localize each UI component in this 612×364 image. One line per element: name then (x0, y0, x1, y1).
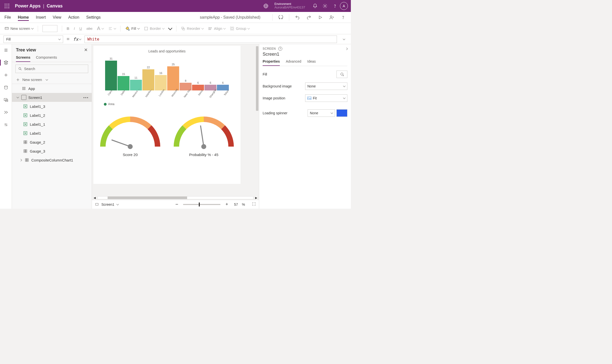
tree-item[interactable]: Label1 (12, 129, 92, 138)
props-tab-properties[interactable]: Properties (263, 59, 280, 66)
svg-rect-41 (24, 142, 25, 144)
environment-picker[interactable]: Environment AuroraBAPEnv43137 (261, 1, 305, 11)
align-button[interactable]: Align (208, 26, 225, 31)
data-icon[interactable] (2, 83, 10, 91)
img-position-dropdown[interactable]: Fit (305, 94, 347, 102)
chevron-big-icon[interactable] (169, 27, 172, 30)
formula-expand-icon[interactable] (340, 39, 347, 40)
design-canvas[interactable]: Leads and opportunities 3115112216258666… (93, 46, 241, 184)
chevron-down-icon[interactable] (117, 203, 119, 205)
formula-bar: Fill = fx White (0, 34, 351, 44)
label-icon (23, 122, 28, 127)
redo-icon[interactable] (306, 14, 312, 21)
help-icon[interactable] (330, 1, 340, 11)
svg-point-52 (128, 144, 133, 149)
fx-label[interactable]: fx (73, 37, 81, 42)
play-icon[interactable] (317, 14, 324, 21)
tree-item[interactable]: Label1_3 (12, 102, 92, 111)
share-icon[interactable] (328, 14, 335, 21)
insert-icon[interactable] (2, 71, 10, 79)
menu-insert[interactable]: Insert (36, 15, 46, 20)
spinner-dropdown[interactable]: None (308, 109, 335, 117)
theme-combo[interactable] (42, 25, 57, 32)
svg-rect-55 (96, 203, 98, 205)
canvas-hscroll[interactable]: ◄ ► (92, 196, 259, 200)
scroll-left-icon[interactable]: ◄ (93, 196, 96, 200)
svg-rect-2 (8, 4, 9, 4)
help-badge-icon[interactable]: ? (278, 47, 282, 51)
zoom-slider[interactable] (183, 204, 220, 205)
menu-action[interactable]: Action (68, 15, 79, 20)
advanced-tools-icon[interactable] (2, 121, 10, 129)
svg-rect-18 (145, 27, 148, 30)
props-tab-advanced[interactable]: Advanced (286, 59, 301, 66)
plus-icon (16, 78, 20, 82)
media-icon[interactable] (2, 96, 10, 104)
reorder-button[interactable]: Reorder (181, 26, 204, 31)
italic-button[interactable]: I (74, 26, 75, 31)
search-input[interactable]: Search (15, 65, 88, 73)
scroll-right-icon[interactable]: ► (254, 196, 258, 200)
bg-image-dropdown[interactable]: None (305, 82, 347, 90)
fill-color-button[interactable] (336, 71, 347, 78)
globe-icon (261, 1, 271, 11)
menu-settings[interactable]: Settings (86, 15, 101, 20)
more-icon[interactable]: ••• (83, 95, 89, 100)
tree-item-label: Gauge_3 (30, 149, 45, 153)
waffle-icon[interactable] (3, 2, 11, 10)
svg-rect-45 (24, 151, 25, 153)
undo-icon[interactable] (294, 14, 301, 21)
new-screen-tree-button[interactable]: New screen (12, 76, 92, 84)
strike-button[interactable]: abc (86, 26, 92, 31)
spinner-color-swatch[interactable] (336, 109, 347, 117)
formula-input[interactable]: White (84, 36, 337, 43)
app-icon (21, 86, 26, 91)
tab-screens[interactable]: Screens (16, 55, 30, 62)
group-button[interactable]: Group (230, 26, 249, 31)
underline-button[interactable]: U (79, 26, 82, 31)
property-selector[interactable]: Fill (3, 36, 63, 43)
tree-item[interactable]: Label1_1 (12, 120, 92, 129)
help2-icon[interactable] (340, 14, 346, 21)
bold-button[interactable]: B (67, 26, 69, 31)
chevron-down-icon[interactable] (16, 97, 19, 98)
fill-button[interactable]: Fill (125, 26, 139, 31)
tree-item[interactable]: CompositeColumnChart1 (12, 156, 92, 164)
tree-item[interactable]: Label1_2 (12, 111, 92, 120)
svg-point-13 (279, 18, 280, 19)
zoom-in-icon[interactable]: + (225, 202, 228, 207)
menu-file[interactable]: File (4, 15, 11, 20)
align-text-button[interactable] (108, 26, 116, 31)
menu-view[interactable]: View (53, 15, 61, 20)
close-icon[interactable]: ✕ (84, 47, 88, 53)
gear-icon[interactable] (320, 1, 330, 11)
tree-item[interactable]: Gauge_2 (12, 138, 92, 147)
left-rail (0, 44, 12, 209)
props-tab-ideas[interactable]: Ideas (307, 59, 316, 66)
menu-home[interactable]: Home (18, 15, 29, 21)
font-color-button[interactable]: A (97, 26, 103, 31)
border-button[interactable]: Border (144, 26, 164, 31)
avatar[interactable]: A (340, 2, 348, 10)
tree-item[interactable]: Gauge_3 (12, 147, 92, 156)
power-automate-icon[interactable] (2, 108, 10, 116)
svg-point-14 (282, 18, 283, 19)
fit-screen-icon[interactable] (252, 202, 256, 207)
status-screen-name[interactable]: Screen1 (101, 202, 114, 206)
svg-rect-19 (182, 27, 184, 29)
chevron-right-icon[interactable] (19, 159, 22, 161)
svg-rect-8 (8, 7, 9, 8)
tree-item-app[interactable]: App (12, 84, 92, 93)
canvas-vscroll[interactable] (255, 46, 259, 194)
zoom-out-icon[interactable]: − (175, 202, 178, 207)
hamburger-icon[interactable] (2, 46, 10, 54)
new-screen-button[interactable]: New screen (4, 26, 33, 31)
tree-item-screen1[interactable]: Screen1 ••• (12, 93, 92, 102)
search-placeholder: Search (24, 67, 35, 71)
app-checker-icon[interactable] (278, 14, 284, 21)
tree-view-icon[interactable] (2, 59, 10, 67)
chevron-right-icon[interactable] (345, 47, 348, 50)
bell-icon[interactable] (310, 1, 320, 11)
gauge-probability: Probability % - 45 (174, 114, 234, 157)
tab-components[interactable]: Components (36, 55, 57, 62)
